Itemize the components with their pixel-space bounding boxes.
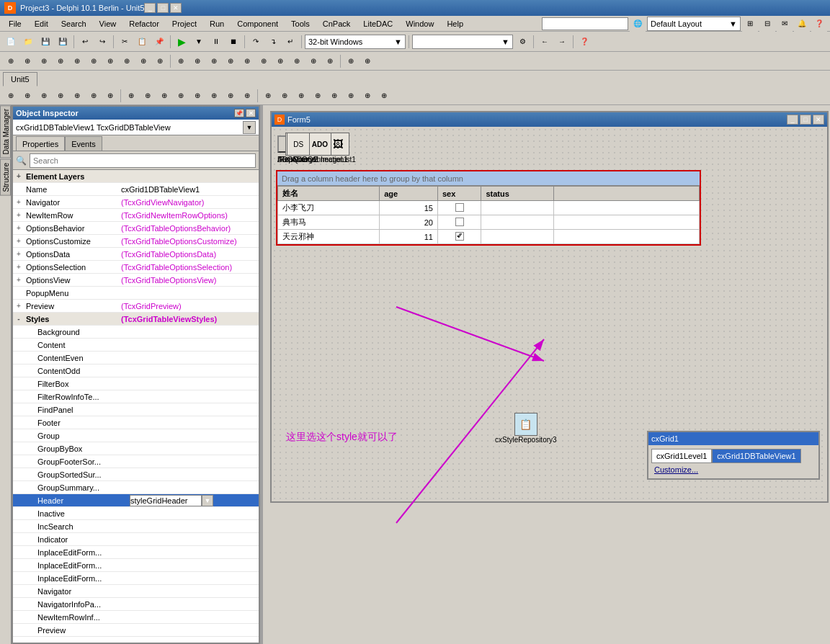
header-value-input[interactable] [130, 495, 202, 506]
comp-btn-11[interactable]: ⊕ [173, 53, 189, 69]
layout-search-btn[interactable]: 🌐 [630, 16, 646, 32]
prop-optionsdata[interactable]: + OptionsData (TcxGridTableOptionsData) [13, 248, 259, 261]
run-dropdown[interactable]: ▼ [191, 34, 207, 50]
comp-btn-1[interactable]: ⊕ [3, 53, 19, 69]
comp-btn-5[interactable]: ⊕ [69, 53, 85, 69]
menu-search[interactable]: Search [55, 18, 92, 30]
cell-sex-2[interactable] [437, 215, 481, 230]
ide-btn-20[interactable]: ⊕ [326, 88, 342, 104]
side-tab-structure[interactable]: Structure [0, 159, 11, 196]
comp-btn-13[interactable]: ⊕ [206, 53, 222, 69]
prop-popupmenu[interactable]: PopupMenu [13, 287, 259, 300]
comp-btn-19[interactable]: ⊕ [305, 53, 321, 69]
comp-btn-22[interactable]: ⊕ [360, 53, 375, 69]
ide-btn-7[interactable]: ⊕ [102, 88, 118, 104]
menu-component[interactable]: Component [231, 18, 284, 30]
prop-preview[interactable]: + Preview (TcxGridPreview) [13, 300, 259, 313]
form5-maximize[interactable]: □ [800, 115, 811, 125]
ide-btn-9[interactable]: ⊕ [140, 88, 156, 104]
cell-sex-3[interactable]: ✓ [437, 230, 481, 244]
menu-litedac[interactable]: LiteDAC [357, 18, 398, 30]
checkbox-sex-1[interactable] [455, 203, 464, 212]
prop-navigatorinfo[interactable]: NavigatorInfoPa... [13, 598, 259, 611]
table-row[interactable]: 典韦马 20 [278, 215, 700, 230]
prop-content[interactable]: Content [13, 339, 259, 352]
cxgrid-customize[interactable]: Customize... [651, 464, 816, 475]
comp-btn-3[interactable]: ⊕ [36, 53, 52, 69]
comp-btn-6[interactable]: ⊕ [86, 53, 102, 69]
tab-properties[interactable]: Properties [16, 136, 65, 151]
table-row[interactable]: 小李飞刀 15 [278, 201, 700, 215]
tb-btn-3[interactable]: ✉ [777, 16, 793, 32]
prop-filterrowinfo[interactable]: FilterRowInfoTe... [13, 390, 259, 403]
form5-close[interactable]: ✕ [813, 115, 824, 125]
ide-btn-10[interactable]: ⊕ [156, 88, 172, 104]
menu-cnpack[interactable]: CnPack [317, 18, 357, 30]
col-status[interactable]: status [481, 187, 554, 201]
prop-groupfootersort[interactable]: GroupFooterSor... [13, 455, 259, 468]
prop-groupsortedsur[interactable]: GroupSortedSur... [13, 468, 259, 481]
menu-window[interactable]: Window [400, 18, 439, 30]
comp-btn-10[interactable]: ⊕ [152, 53, 168, 69]
prop-optionscustomize[interactable]: + OptionsCustomize (TcxGridTableOptionsC… [13, 235, 259, 248]
stop-btn[interactable]: ⏹ [226, 34, 241, 50]
comp-btn-9[interactable]: ⊕ [135, 53, 151, 69]
ide-btn-4[interactable]: ⊕ [53, 88, 68, 104]
prop-styles-section[interactable]: - Styles (TcxGridTableViewStyles) [13, 313, 259, 326]
help-btn[interactable]: ❓ [576, 34, 592, 50]
prop-navigator2[interactable]: Navigator [13, 585, 259, 598]
comp-btn-12[interactable]: ⊕ [189, 53, 205, 69]
ide-btn-21[interactable]: ⊕ [343, 88, 359, 104]
prop-optionsselection[interactable]: + OptionsSelection (TcxGridTableOptionsS… [13, 261, 259, 274]
comp-btn-7[interactable]: ⊕ [102, 53, 118, 69]
ide-btn-18[interactable]: ⊕ [293, 88, 309, 104]
search-input[interactable] [30, 153, 256, 168]
comp-btn-21[interactable]: ⊕ [343, 53, 359, 69]
comp-btn-20[interactable]: ⊕ [322, 53, 338, 69]
ide-btn-13[interactable]: ⊕ [206, 88, 222, 104]
prop-preview2[interactable]: Preview [13, 624, 259, 637]
col-sex[interactable]: sex [437, 187, 481, 201]
prop-inactive[interactable]: Inactive [13, 507, 259, 520]
expand-icon[interactable]: + [13, 172, 24, 180]
prop-inplaceedit3[interactable]: InplaceEditForm... [13, 572, 259, 585]
comp-btn-4[interactable]: ⊕ [53, 53, 68, 69]
ide-btn-22[interactable]: ⊕ [360, 88, 375, 104]
menu-tools[interactable]: Tools [285, 18, 316, 30]
redo-btn[interactable]: ↪ [94, 34, 110, 50]
trace-btn[interactable]: ⏸ [208, 34, 224, 50]
prop-background[interactable]: Background [13, 326, 259, 339]
save-all-btn[interactable]: 💾 [55, 34, 71, 50]
ide-btn-19[interactable]: ⊕ [310, 88, 326, 104]
close-btn[interactable]: ✕ [170, 3, 182, 13]
cxgrid-tableview1[interactable]: cxGrid1DBTableView1 [712, 449, 800, 463]
prop-newitemrow2[interactable]: NewItemRowInf... [13, 611, 259, 624]
target-dropdown[interactable]: 32-bit Windows ▼ [305, 35, 406, 49]
prop-optionsview[interactable]: + OptionsView (TcxGridTableOptionsView) [13, 274, 259, 287]
config-opts-btn[interactable]: ⚙ [514, 34, 530, 50]
comp-btn-15[interactable]: ⊕ [239, 53, 255, 69]
ide-btn-3[interactable]: ⊕ [36, 88, 52, 104]
step-out[interactable]: ↵ [282, 34, 298, 50]
menu-file[interactable]: File [3, 18, 27, 30]
checkbox-sex-2[interactable] [455, 218, 464, 226]
undo-btn[interactable]: ↩ [77, 34, 93, 50]
config-dropdown[interactable]: ▼ [412, 35, 513, 49]
header-dropdown[interactable]: ▼ [202, 495, 213, 506]
layout-search-input[interactable] [542, 17, 628, 30]
menu-view[interactable]: View [94, 18, 122, 30]
checkbox-sex-3[interactable]: ✓ [455, 232, 464, 241]
col-name[interactable]: 姓名 [278, 187, 380, 201]
maximize-btn[interactable]: □ [157, 3, 169, 13]
prop-indicator[interactable]: Indicator [13, 533, 259, 546]
obj-inspector-pin[interactable]: 📌 [234, 109, 244, 117]
ide-btn-16[interactable]: ⊕ [260, 88, 276, 104]
ide-btn-5[interactable]: ⊕ [69, 88, 85, 104]
tb-btn-2[interactable]: ⊟ [759, 16, 775, 32]
new-btn[interactable]: 📄 [3, 34, 19, 50]
comp-btn-17[interactable]: ⊕ [272, 53, 288, 69]
obj-selector-dropdown[interactable]: ▼ [243, 121, 256, 134]
comp-cxstylerepository[interactable]: 📋 cxStyleRepository3 [495, 413, 557, 444]
open-btn[interactable]: 📁 [20, 34, 36, 50]
prop-inplaceedit2[interactable]: InplaceEditForm... [13, 559, 259, 572]
